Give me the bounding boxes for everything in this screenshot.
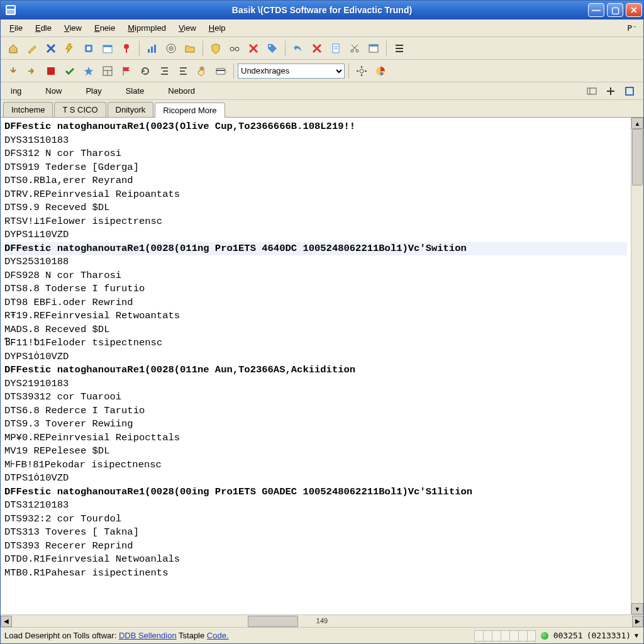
tag-icon[interactable] [264,40,281,57]
log-line: DFS312 N cor Tharosi [4,147,627,161]
svg-point-18 [235,47,239,51]
hscroll-thumb[interactable] [248,616,298,627]
content-area: DFFestic natoghanouтaRe1(0023(Olive Cup,… [1,118,643,614]
status-mid: Tstaple [179,631,207,640]
outdent-icon[interactable] [174,62,192,80]
scroll-down-button[interactable]: ▼ [631,603,643,614]
maximize-button[interactable]: ▢ [607,3,623,17]
close-button[interactable]: ✕ [626,3,642,17]
window-controls: — ▢ ✕ [587,3,643,17]
tab-intcheme[interactable]: Intcheme [3,102,53,117]
status-prefix: Load Deseripht on Tolls oftwar: [4,631,119,640]
mode-slate[interactable]: Slate [121,85,150,97]
window-icon[interactable] [365,40,382,57]
target-icon[interactable] [162,40,180,57]
scroll-left-button[interactable]: ◀ [1,616,12,627]
folder-open-icon[interactable] [181,40,199,57]
cut-icon[interactable] [346,40,364,57]
status-dropdown-icon[interactable]: ▼ [633,632,640,639]
scroll-right-button[interactable]: ▶ [632,616,643,627]
log-line: DYPS1ȯ10VZD [4,350,627,364]
plus-icon[interactable] [602,82,619,100]
indent-icon[interactable] [155,62,173,80]
mode-play[interactable]: Play [80,85,106,97]
chart-icon[interactable] [143,40,161,57]
panel-icon[interactable] [583,82,601,100]
layout-icon[interactable] [99,62,116,80]
log-line: DTS31210183 [4,499,627,513]
svg-point-50 [360,69,364,73]
shield-icon[interactable] [207,40,225,57]
menu-edle[interactable]: Edle [29,21,58,35]
tab-dnityork[interactable]: Dnityork [108,102,154,117]
status-cell [527,630,536,641]
tab-ricoperd-more[interactable]: Ricoperd More [155,103,225,118]
scroll-up-button[interactable]: ▲ [631,118,643,129]
log-line: DYS25310188 [4,255,627,269]
arrow-right-icon[interactable] [23,62,41,80]
toolbar-primary [1,37,643,60]
log-line: DFFestic natoghanouтaRe1(0028(00ing Pro1… [4,486,627,499]
filter-select[interactable]: Undexhrages [238,64,345,79]
flag-icon[interactable] [118,62,135,80]
menu-help[interactable]: Help [203,21,232,35]
bolt-icon[interactable] [61,40,79,57]
log-line: DFFestic natoghanouтaRe1(0028(011ne Aun,… [4,364,627,377]
status-cell [474,630,483,641]
mode-now[interactable]: Now [40,85,67,97]
red-x2-icon[interactable] [308,40,326,57]
wizard-icon[interactable] [23,40,41,57]
log-line: DFFestic natoghanouтaRe1(0023(Olive Cup,… [4,120,627,134]
log-line: ƁF11!ƅ1Feloder tsipectnensc [4,336,627,350]
red-x-icon[interactable] [245,40,262,57]
pin-icon[interactable] [118,40,135,57]
log-line: DTS0.RBla,erer Reyrand [4,174,627,188]
status-link-ddb[interactable]: DDB Sellendion [119,631,177,640]
status-cell [501,630,509,641]
horizontal-scrollbar[interactable]: ◀ 149 ▶ [1,614,643,627]
menu-view[interactable]: View [58,21,88,35]
delete-x-icon[interactable] [42,40,60,57]
glasses-icon[interactable] [226,40,243,57]
check-icon[interactable] [61,62,79,80]
log-output: DFFestic natoghanouтaRe1(0023(Olive Cup,… [1,118,631,614]
card-icon[interactable] [212,62,230,80]
minimize-button[interactable]: — [588,3,604,17]
arrow-down-icon[interactable] [4,62,22,80]
menu-miprmpled[interactable]: Miprmpled [121,21,172,35]
list-icon[interactable] [391,40,408,57]
status-cell [492,630,501,641]
vscroll-thumb[interactable] [632,129,643,186]
home-icon[interactable] [4,40,22,57]
star-icon[interactable] [80,62,97,80]
svg-point-17 [230,47,234,51]
menu-view2[interactable]: View [172,21,203,35]
vertical-scrollbar[interactable]: ▲ ▼ [631,118,643,614]
log-line: DTD0.R1Feinrvesial Netwoanlals [4,553,627,567]
svg-rect-12 [151,47,153,53]
log-line: MADS.8 Receved $DL [4,323,627,337]
doc-icon[interactable] [327,40,345,57]
menu-eneie[interactable]: Eneie [88,21,121,35]
hand-icon[interactable] [193,62,211,80]
menubar: File Edle View Eneie Miprmpled View Help… [1,19,643,37]
log-line: DTS313 Toveres [ Takna] [4,526,627,540]
mode-nebord[interactable]: Nebord [163,85,200,97]
tab-tscico[interactable]: T S CICO [54,102,106,117]
hscroll-track[interactable]: 149 [12,616,632,627]
status-cell [509,630,518,641]
status-link-code[interactable]: Code. [207,631,229,640]
app-window: Basik \(CTDS Software for Edivactic Trun… [0,0,644,644]
tool-icon[interactable] [80,40,97,57]
mode-ing[interactable]: ing [6,85,26,97]
menubar-right-icon[interactable]: P⁻ [627,23,641,33]
gear-icon[interactable] [353,62,370,80]
expand-icon[interactable] [621,82,638,100]
pie-icon[interactable] [372,62,389,80]
svg-point-28 [351,50,353,52]
calendar-icon[interactable] [99,40,116,57]
refresh-icon[interactable] [136,62,154,80]
stop-icon[interactable] [42,62,60,80]
menu-file[interactable]: File [3,21,29,35]
undo-icon[interactable] [289,40,307,57]
